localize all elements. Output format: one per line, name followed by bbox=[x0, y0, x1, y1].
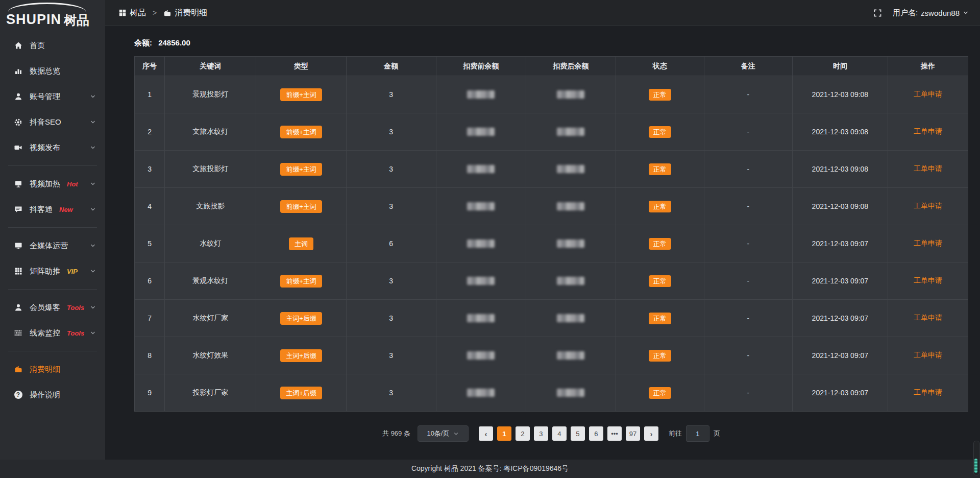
amount-cell: 3 bbox=[346, 151, 436, 188]
time-cell: 2021-12-03 09:07 bbox=[792, 300, 888, 337]
work-order-link[interactable]: 工单申请 bbox=[914, 351, 942, 359]
work-order-link[interactable]: 工单申请 bbox=[914, 164, 942, 173]
page-size-select[interactable]: 10条/页 bbox=[418, 425, 469, 442]
member-icon bbox=[13, 303, 23, 312]
scrollbar[interactable] bbox=[973, 441, 979, 475]
action-cell: 工单申请 bbox=[888, 188, 968, 225]
column-header-7: 备注 bbox=[704, 57, 792, 76]
sidebar-item-label: 视频发布 bbox=[30, 143, 60, 153]
action-cell: 工单申请 bbox=[888, 225, 968, 262]
topbar-right: 用户名: zswodun88 bbox=[874, 8, 980, 18]
fullscreen-icon[interactable] bbox=[874, 9, 881, 17]
page-button-3[interactable]: 3 bbox=[534, 426, 548, 441]
column-header-0: 序号 bbox=[135, 57, 165, 76]
balance-after-redacted bbox=[557, 389, 584, 397]
sidebar-item-video-publish[interactable]: 视频发布 bbox=[0, 135, 105, 160]
page-button-2[interactable]: 2 bbox=[516, 426, 530, 441]
consumption-table: 序号关键词类型金额扣费前余额扣费后余额状态备注时间操作 1景观投影灯前缀+主词3… bbox=[134, 56, 968, 412]
action-cell: 工单申请 bbox=[888, 151, 968, 188]
main-content: 余额: 24856.00 序号关键词类型金额扣费前余额扣费后余额状态备注时间操作… bbox=[105, 26, 980, 460]
amount-cell: 3 bbox=[346, 262, 436, 300]
balance-before-cell bbox=[436, 188, 526, 225]
work-order-link[interactable]: 工单申请 bbox=[914, 202, 942, 210]
sidebar-item-douyin-seo[interactable]: 抖音SEO bbox=[0, 109, 105, 135]
sidebar-item-lead-monitor[interactable]: 线索监控Tools bbox=[0, 320, 105, 346]
sidebar-item-media-operation[interactable]: 全媒体运营 bbox=[0, 233, 105, 258]
balance-before-cell bbox=[436, 300, 526, 337]
next-page-button[interactable]: › bbox=[644, 426, 658, 441]
divider bbox=[8, 227, 97, 228]
type-badge: 前缀+主词 bbox=[280, 200, 322, 213]
sidebar-item-tag: VIP bbox=[67, 268, 78, 275]
topbar: 树品 > 消费明细 用户名: zswodun88 bbox=[105, 0, 980, 26]
chevron-down-icon bbox=[90, 330, 96, 336]
page-button-97[interactable]: 97 bbox=[626, 426, 640, 441]
balance-after-redacted bbox=[557, 165, 584, 173]
time-cell: 2021-12-03 09:07 bbox=[792, 262, 888, 300]
column-header-6: 状态 bbox=[616, 57, 704, 76]
status-badge: 正常 bbox=[649, 238, 671, 250]
sidebar-item-home[interactable]: 首页 bbox=[0, 33, 105, 58]
chevron-down-icon bbox=[453, 431, 459, 437]
user-icon bbox=[13, 92, 23, 101]
page-button-5[interactable]: 5 bbox=[571, 426, 585, 441]
status-cell: 正常 bbox=[616, 76, 704, 113]
sidebar-item-douketong[interactable]: 抖客通New bbox=[0, 197, 105, 222]
page-size-value: 10条/页 bbox=[427, 429, 449, 438]
prev-page-button[interactable]: ‹ bbox=[479, 426, 493, 441]
sidebar-item-video-heat[interactable]: 视频加热Hot bbox=[0, 171, 105, 197]
chat-icon bbox=[13, 205, 23, 213]
remark-value: - bbox=[747, 351, 749, 360]
status-badge: 正常 bbox=[649, 387, 671, 399]
work-order-link[interactable]: 工单申请 bbox=[914, 239, 942, 247]
row-index-cell: 9 bbox=[135, 374, 165, 412]
sidebar-item-consumption-detail[interactable]: 消费明细 bbox=[0, 356, 105, 382]
status-cell: 正常 bbox=[616, 151, 704, 188]
chevron-down-icon bbox=[90, 145, 96, 151]
action-cell: 工单申请 bbox=[888, 113, 968, 151]
type-cell: 前缀+主词 bbox=[256, 151, 346, 188]
sidebar-item-operation-guide[interactable]: ?操作说明 bbox=[0, 382, 105, 408]
sidebar-item-member-baoke[interactable]: 会员爆客Tools bbox=[0, 295, 105, 320]
sidebar-item-label: 矩阵助推 bbox=[30, 267, 60, 276]
goto-page-input[interactable] bbox=[686, 425, 709, 442]
page-button-6[interactable]: 6 bbox=[589, 426, 603, 441]
type-badge: 主词+后缀 bbox=[280, 312, 322, 325]
table-row: 3文旅投影灯前缀+主词3正常-2021-12-03 09:08工单申请 bbox=[135, 151, 968, 188]
chevron-down-icon[interactable] bbox=[963, 10, 969, 16]
pagination-total: 共 969 条 bbox=[382, 429, 410, 438]
type-badge: 前缀+主词 bbox=[280, 163, 322, 176]
remark-value: - bbox=[747, 90, 749, 99]
username-value[interactable]: zswodun88 bbox=[921, 9, 960, 17]
table-row: 9投影灯厂家主词+后缀3正常-2021-12-03 09:07工单申请 bbox=[135, 374, 968, 412]
remark-cell: - bbox=[704, 151, 792, 188]
chevron-down-icon bbox=[90, 93, 96, 100]
remark-value: - bbox=[747, 165, 749, 173]
table-row: 5水纹灯主词6正常-2021-12-03 09:07工单申请 bbox=[135, 225, 968, 262]
balance-after-redacted bbox=[557, 202, 584, 210]
balance-after-cell bbox=[526, 225, 616, 262]
page-button-4[interactable]: 4 bbox=[552, 426, 567, 441]
work-order-link[interactable]: 工单申请 bbox=[914, 127, 942, 135]
home-icon bbox=[13, 41, 23, 50]
sidebar-item-account-manage[interactable]: 账号管理 bbox=[0, 84, 105, 109]
page-button-1[interactable]: 1 bbox=[497, 426, 511, 441]
work-order-link[interactable]: 工单申请 bbox=[914, 276, 942, 284]
row-index-cell: 6 bbox=[135, 262, 165, 300]
keyword-cell: 投影灯厂家 bbox=[165, 374, 256, 412]
sidebar-item-matrix-boost[interactable]: 矩阵助推VIP bbox=[0, 258, 105, 284]
work-order-link[interactable]: 工单申请 bbox=[914, 314, 942, 322]
balance-after-redacted bbox=[557, 351, 584, 360]
balance-after-cell bbox=[526, 262, 616, 300]
sidebar-item-data-overview[interactable]: 数据总览 bbox=[0, 58, 105, 84]
work-order-link[interactable]: 工单申请 bbox=[914, 388, 942, 396]
more-pages-button[interactable]: ••• bbox=[607, 426, 622, 441]
balance-after-cell bbox=[526, 113, 616, 151]
scrollbar-thumb[interactable] bbox=[974, 459, 977, 473]
type-badge: 主词+后缀 bbox=[280, 387, 322, 399]
row-index-cell: 7 bbox=[135, 300, 165, 337]
brand-logo-en: SHUPIN bbox=[6, 13, 61, 27]
status-cell: 正常 bbox=[616, 374, 704, 412]
breadcrumb-item-home[interactable]: 树品 bbox=[130, 8, 146, 18]
work-order-link[interactable]: 工单申请 bbox=[914, 90, 942, 98]
